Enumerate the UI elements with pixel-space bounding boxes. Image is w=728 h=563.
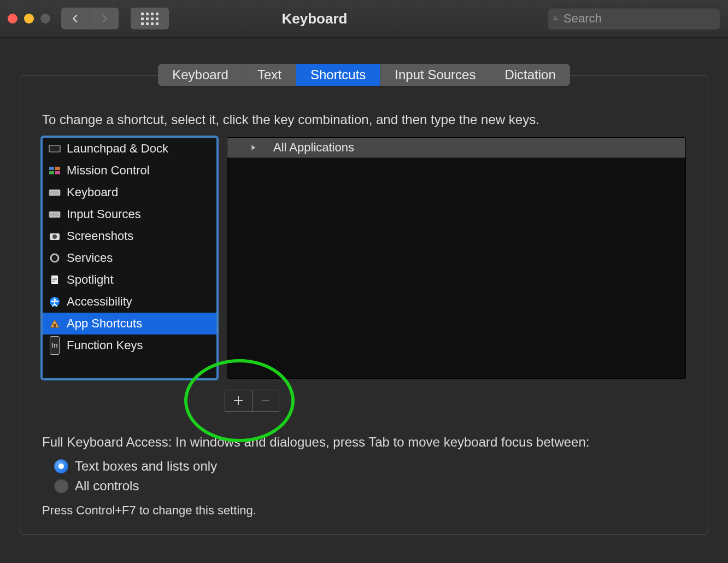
category-mission-control[interactable]: Mission Control (43, 160, 216, 181)
category-label: Launchpad & Dock (67, 140, 168, 157)
radio-button[interactable] (54, 479, 68, 493)
category-accessibility[interactable]: Accessibility (43, 291, 216, 313)
document-icon (48, 274, 61, 285)
plus-icon (233, 395, 244, 406)
category-label: App Shortcuts (67, 315, 142, 332)
category-services[interactable]: Services (43, 247, 216, 269)
remove-button[interactable] (253, 390, 279, 411)
tab-input-sources[interactable]: Input Sources (380, 64, 490, 86)
category-label: Function Keys (67, 337, 143, 354)
fka-footnote: Press Control+F7 to change this setting. (42, 503, 686, 518)
fka-option-0[interactable]: Text boxes and lists only (54, 456, 686, 476)
radio-button[interactable] (54, 459, 68, 473)
category-screenshots[interactable]: Screenshots (43, 225, 216, 247)
category-input-sources[interactable]: Input Sources (43, 203, 216, 225)
zoom-window-button[interactable] (40, 14, 50, 24)
app-shortcuts-icon (48, 318, 61, 329)
window-toolbar: Keyboard (0, 0, 728, 38)
category-app-shortcuts[interactable]: App Shortcuts (43, 313, 216, 335)
category-label: Spotlight (67, 271, 114, 289)
keyboard-icon (48, 187, 61, 198)
instruction-text: To change a shortcut, select it, click t… (42, 112, 686, 127)
tab-keyboard[interactable]: Keyboard (158, 64, 243, 86)
fka-option-1[interactable]: All controls (54, 476, 686, 496)
radio-label: All controls (75, 478, 139, 494)
tab-dictation[interactable]: Dictation (490, 64, 570, 86)
window-title: Keyboard (87, 10, 542, 27)
category-function-keys[interactable]: fnFunction Keys (43, 335, 216, 356)
search-icon (553, 13, 558, 24)
close-window-button[interactable] (8, 14, 17, 24)
shortcut-detail-list[interactable]: All Applications (227, 137, 686, 379)
tab-shortcuts[interactable]: Shortcuts (296, 64, 380, 86)
radio-label: Text boxes and lists only (75, 459, 217, 474)
shortcuts-panel: To change a shortcut, select it, click t… (20, 75, 708, 535)
search-input[interactable] (562, 11, 715, 26)
disclosure-triangle-icon (250, 144, 257, 151)
category-label: Keyboard (67, 184, 118, 201)
category-label: Input Sources (67, 206, 141, 223)
fka-radio-group: Text boxes and lists onlyAll controls (54, 456, 686, 496)
minimize-window-button[interactable] (24, 14, 34, 24)
launchpad-icon (48, 143, 61, 154)
add-button[interactable] (225, 390, 253, 411)
category-label: Mission Control (67, 162, 150, 179)
category-launchpad-dock[interactable]: Launchpad & Dock (43, 138, 216, 160)
category-list[interactable]: Launchpad & DockMission ControlKeyboardI… (42, 137, 217, 379)
add-remove-buttons (225, 390, 279, 412)
keyboard-icon (48, 209, 61, 220)
accessibility-icon (48, 296, 61, 307)
gear-icon (48, 253, 61, 263)
fn-icon: fn (48, 340, 61, 351)
back-button[interactable] (61, 8, 90, 30)
chevron-left-icon (71, 14, 80, 24)
category-label: Accessibility (67, 293, 132, 310)
category-spotlight[interactable]: Spotlight (43, 269, 216, 291)
window-controls (8, 14, 50, 24)
detail-header-row[interactable]: All Applications (227, 138, 685, 158)
tab-text[interactable]: Text (243, 64, 296, 86)
minus-icon (260, 395, 271, 406)
category-label: Screenshots (67, 227, 133, 245)
detail-header-label: All Applications (273, 140, 354, 155)
category-label: Services (67, 249, 113, 267)
full-keyboard-access-label: Full Keyboard Access: In windows and dia… (42, 435, 686, 450)
mission-control-icon (48, 165, 61, 176)
search-field[interactable] (548, 8, 720, 30)
camera-icon (48, 231, 61, 242)
category-keyboard[interactable]: Keyboard (43, 181, 216, 203)
svg-line-1 (556, 19, 557, 20)
